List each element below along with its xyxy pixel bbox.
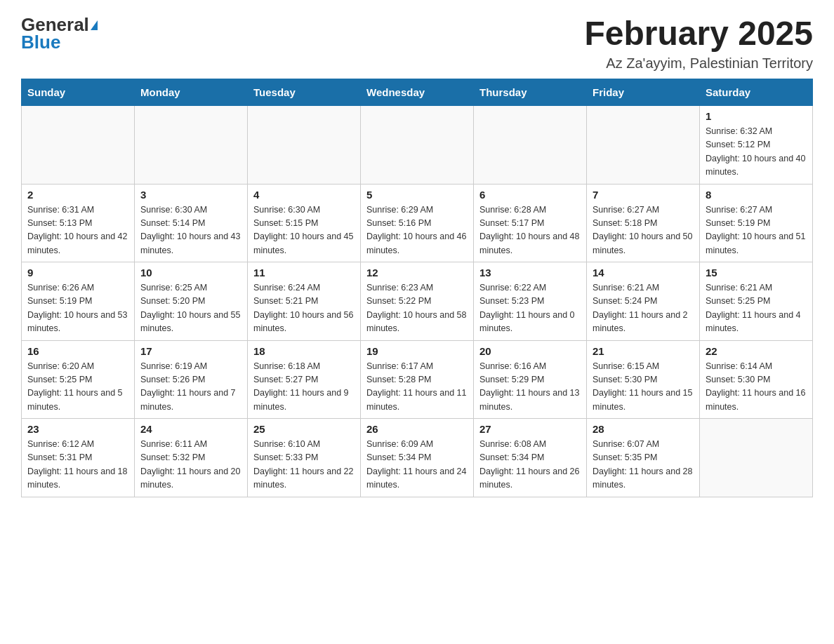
day-info: Sunrise: 6:15 AM Sunset: 5:30 PM Dayligh… <box>593 360 694 415</box>
calendar-cell: 12Sunrise: 6:23 AM Sunset: 5:22 PM Dayli… <box>361 262 474 341</box>
calendar-cell: 3Sunrise: 6:30 AM Sunset: 5:14 PM Daylig… <box>135 184 248 262</box>
week-row-1: 1Sunrise: 6:32 AM Sunset: 5:12 PM Daylig… <box>22 106 813 185</box>
day-number: 20 <box>479 345 581 357</box>
calendar-cell: 15Sunrise: 6:21 AM Sunset: 5:25 PM Dayli… <box>700 262 813 341</box>
day-info: Sunrise: 6:07 AM Sunset: 5:35 PM Dayligh… <box>593 438 694 492</box>
day-info: Sunrise: 6:26 AM Sunset: 5:19 PM Dayligh… <box>27 281 128 336</box>
page-title: February 2025 <box>584 14 813 53</box>
day-number: 6 <box>479 189 581 201</box>
day-info: Sunrise: 6:22 AM Sunset: 5:23 PM Dayligh… <box>479 281 581 336</box>
calendar-cell: 18Sunrise: 6:18 AM Sunset: 5:27 PM Dayli… <box>248 340 361 419</box>
calendar-cell: 13Sunrise: 6:22 AM Sunset: 5:23 PM Dayli… <box>474 262 587 341</box>
day-number: 13 <box>479 267 581 279</box>
day-info: Sunrise: 6:11 AM Sunset: 5:32 PM Dayligh… <box>140 438 241 492</box>
calendar-cell <box>587 106 700 185</box>
day-number: 10 <box>140 267 241 279</box>
day-number: 9 <box>27 267 128 279</box>
day-number: 23 <box>27 423 128 435</box>
day-info: Sunrise: 6:16 AM Sunset: 5:29 PM Dayligh… <box>479 360 581 415</box>
day-info: Sunrise: 6:30 AM Sunset: 5:15 PM Dayligh… <box>253 203 355 258</box>
day-number: 7 <box>593 189 694 201</box>
calendar-cell: 1Sunrise: 6:32 AM Sunset: 5:12 PM Daylig… <box>700 106 813 185</box>
day-number: 27 <box>479 423 581 435</box>
day-number: 21 <box>593 345 694 357</box>
week-row-3: 9Sunrise: 6:26 AM Sunset: 5:19 PM Daylig… <box>22 262 813 341</box>
day-info: Sunrise: 6:27 AM Sunset: 5:19 PM Dayligh… <box>706 203 807 258</box>
day-number: 16 <box>27 345 128 357</box>
calendar-cell: 6Sunrise: 6:28 AM Sunset: 5:17 PM Daylig… <box>474 184 587 262</box>
calendar-cell: 9Sunrise: 6:26 AM Sunset: 5:19 PM Daylig… <box>22 262 135 341</box>
day-info: Sunrise: 6:21 AM Sunset: 5:25 PM Dayligh… <box>706 281 807 336</box>
calendar-cell: 5Sunrise: 6:29 AM Sunset: 5:16 PM Daylig… <box>361 184 474 262</box>
page-subtitle: Az Za'ayyim, Palestinian Territory <box>584 55 813 72</box>
calendar-cell <box>248 106 361 185</box>
day-info: Sunrise: 6:19 AM Sunset: 5:26 PM Dayligh… <box>140 360 241 415</box>
title-block: February 2025 Az Za'ayyim, Palestinian T… <box>584 14 813 72</box>
day-number: 1 <box>706 110 807 122</box>
calendar-cell <box>361 106 474 185</box>
header-monday: Monday <box>135 79 248 106</box>
weekday-header-row: Sunday Monday Tuesday Wednesday Thursday… <box>22 79 813 106</box>
header-friday: Friday <box>587 79 700 106</box>
calendar-table: Sunday Monday Tuesday Wednesday Thursday… <box>21 79 813 497</box>
day-info: Sunrise: 6:30 AM Sunset: 5:14 PM Dayligh… <box>140 203 241 258</box>
header-wednesday: Wednesday <box>361 79 474 106</box>
day-info: Sunrise: 6:18 AM Sunset: 5:27 PM Dayligh… <box>253 360 355 415</box>
day-info: Sunrise: 6:09 AM Sunset: 5:34 PM Dayligh… <box>366 438 468 492</box>
calendar-cell: 14Sunrise: 6:21 AM Sunset: 5:24 PM Dayli… <box>587 262 700 341</box>
day-number: 12 <box>366 267 468 279</box>
week-row-2: 2Sunrise: 6:31 AM Sunset: 5:13 PM Daylig… <box>22 184 813 262</box>
calendar-cell <box>474 106 587 185</box>
day-number: 19 <box>366 345 468 357</box>
calendar-cell: 28Sunrise: 6:07 AM Sunset: 5:35 PM Dayli… <box>587 419 700 497</box>
day-number: 24 <box>140 423 241 435</box>
day-info: Sunrise: 6:23 AM Sunset: 5:22 PM Dayligh… <box>366 281 468 336</box>
calendar-cell: 11Sunrise: 6:24 AM Sunset: 5:21 PM Dayli… <box>248 262 361 341</box>
calendar-cell: 8Sunrise: 6:27 AM Sunset: 5:19 PM Daylig… <box>700 184 813 262</box>
calendar-cell: 21Sunrise: 6:15 AM Sunset: 5:30 PM Dayli… <box>587 340 700 419</box>
calendar-cell: 17Sunrise: 6:19 AM Sunset: 5:26 PM Dayli… <box>135 340 248 419</box>
logo: General Blue <box>21 14 98 53</box>
day-info: Sunrise: 6:24 AM Sunset: 5:21 PM Dayligh… <box>253 281 355 336</box>
logo-triangle-icon <box>91 20 98 30</box>
day-number: 18 <box>253 345 355 357</box>
day-info: Sunrise: 6:21 AM Sunset: 5:24 PM Dayligh… <box>593 281 694 336</box>
calendar-cell: 7Sunrise: 6:27 AM Sunset: 5:18 PM Daylig… <box>587 184 700 262</box>
day-number: 11 <box>253 267 355 279</box>
day-info: Sunrise: 6:14 AM Sunset: 5:30 PM Dayligh… <box>706 360 807 415</box>
calendar-cell: 10Sunrise: 6:25 AM Sunset: 5:20 PM Dayli… <box>135 262 248 341</box>
header-saturday: Saturday <box>700 79 813 106</box>
calendar-cell <box>700 419 813 497</box>
day-number: 5 <box>366 189 468 201</box>
page-header: General Blue February 2025 Az Za'ayyim, … <box>21 14 813 72</box>
header-thursday: Thursday <box>474 79 587 106</box>
day-number: 4 <box>253 189 355 201</box>
calendar-cell: 26Sunrise: 6:09 AM Sunset: 5:34 PM Dayli… <box>361 419 474 497</box>
week-row-4: 16Sunrise: 6:20 AM Sunset: 5:25 PM Dayli… <box>22 340 813 419</box>
day-info: Sunrise: 6:20 AM Sunset: 5:25 PM Dayligh… <box>27 360 128 415</box>
week-row-5: 23Sunrise: 6:12 AM Sunset: 5:31 PM Dayli… <box>22 419 813 497</box>
day-info: Sunrise: 6:10 AM Sunset: 5:33 PM Dayligh… <box>253 438 355 492</box>
calendar-cell: 25Sunrise: 6:10 AM Sunset: 5:33 PM Dayli… <box>248 419 361 497</box>
day-info: Sunrise: 6:27 AM Sunset: 5:18 PM Dayligh… <box>593 203 694 258</box>
calendar-cell <box>135 106 248 185</box>
day-number: 15 <box>706 267 807 279</box>
calendar-cell: 20Sunrise: 6:16 AM Sunset: 5:29 PM Dayli… <box>474 340 587 419</box>
day-info: Sunrise: 6:29 AM Sunset: 5:16 PM Dayligh… <box>366 203 468 258</box>
logo-blue: Blue <box>21 32 60 53</box>
header-tuesday: Tuesday <box>248 79 361 106</box>
calendar-cell: 16Sunrise: 6:20 AM Sunset: 5:25 PM Dayli… <box>22 340 135 419</box>
day-number: 26 <box>366 423 468 435</box>
calendar-cell: 27Sunrise: 6:08 AM Sunset: 5:34 PM Dayli… <box>474 419 587 497</box>
day-info: Sunrise: 6:17 AM Sunset: 5:28 PM Dayligh… <box>366 360 468 415</box>
calendar-cell: 23Sunrise: 6:12 AM Sunset: 5:31 PM Dayli… <box>22 419 135 497</box>
day-number: 28 <box>593 423 694 435</box>
day-info: Sunrise: 6:08 AM Sunset: 5:34 PM Dayligh… <box>479 438 581 492</box>
day-info: Sunrise: 6:12 AM Sunset: 5:31 PM Dayligh… <box>27 438 128 492</box>
day-info: Sunrise: 6:32 AM Sunset: 5:12 PM Dayligh… <box>706 125 807 180</box>
day-number: 14 <box>593 267 694 279</box>
day-info: Sunrise: 6:28 AM Sunset: 5:17 PM Dayligh… <box>479 203 581 258</box>
header-sunday: Sunday <box>22 79 135 106</box>
day-number: 2 <box>27 189 128 201</box>
day-number: 22 <box>706 345 807 357</box>
